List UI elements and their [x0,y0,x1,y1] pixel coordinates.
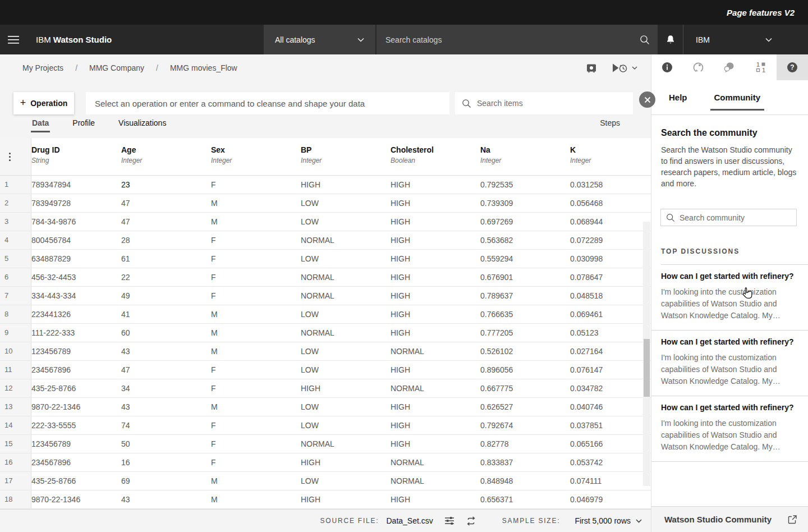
table-cell[interactable]: 0.069461 [570,305,651,323]
table-cell[interactable]: 0.037851 [570,416,651,434]
table-cell[interactable]: 16 [121,453,211,471]
table-cell[interactable]: HIGH [391,268,480,286]
overflow-menu-icon[interactable] [8,152,12,162]
table-cell[interactable]: 123456789 [31,435,121,453]
table-cell[interactable]: M [211,490,301,508]
discussion-item[interactable]: How can I get started with refinery?I'm … [651,331,808,396]
table-cell[interactable]: 222-33-5555 [31,416,121,434]
refresh-sample-button[interactable] [466,516,476,526]
table-cell[interactable]: HIGH [301,176,391,194]
table-cell[interactable]: 0.848948 [480,472,570,490]
table-cell[interactable]: LOW [301,194,391,212]
table-cell[interactable]: 28 [121,231,211,249]
table-cell[interactable]: 0.056468 [570,194,651,212]
column-header[interactable]: AgeInteger [121,138,211,175]
table-cell[interactable]: 47 [121,361,211,379]
table-cell[interactable]: 47 [121,213,211,231]
tab-steps[interactable]: Steps [600,118,620,127]
table-cell[interactable]: 0.563682 [480,231,570,249]
table-cell[interactable]: 47 [121,194,211,212]
table-cell[interactable]: M [211,342,301,360]
snapshot-button[interactable] [586,62,597,74]
table-cell[interactable]: 0.739309 [480,194,570,212]
table-cell[interactable]: 0.789637 [480,287,570,305]
table-cell[interactable]: 0.766635 [480,305,570,323]
table-cell[interactable]: 0.05123 [570,324,651,342]
column-header[interactable]: KInteger [570,138,651,175]
search-items-input[interactable] [471,99,633,108]
table-cell[interactable]: HIGH [391,435,480,453]
run-flow-button[interactable] [612,62,637,74]
table-cell[interactable]: 0.833837 [480,453,570,471]
table-cell[interactable]: 456-32-4453 [31,268,121,286]
column-header[interactable]: BPInteger [301,138,391,175]
discussion-item[interactable]: How can I get started with refinery?I'm … [651,265,808,331]
table-cell[interactable]: HIGH [391,398,480,416]
table-cell[interactable]: F [211,268,301,286]
tab-community[interactable]: Community [714,81,761,113]
table-cell[interactable]: 0.046979 [570,490,651,508]
table-cell[interactable]: F [211,287,301,305]
table-cell[interactable]: 61 [121,250,211,268]
table-cell[interactable]: HIGH [301,379,391,397]
table-cell[interactable]: F [211,453,301,471]
table-cell[interactable]: HIGH [391,305,480,323]
table-cell[interactable]: F [211,176,301,194]
table-cell[interactable]: 234567896 [31,361,121,379]
table-cell[interactable]: F [211,231,301,249]
table-cell[interactable]: HIGH [391,194,480,212]
table-cell[interactable]: LOW [301,361,391,379]
tab-visualizations[interactable]: Visualizations [118,118,166,132]
close-panel-button[interactable] [639,91,655,108]
table-cell[interactable]: LOW [301,416,391,434]
table-cell[interactable]: 111-222-333 [31,324,121,342]
table-cell[interactable]: 0.656371 [480,490,570,508]
table-cell[interactable]: F [211,250,301,268]
table-cell[interactable]: 74 [121,416,211,434]
table-cell[interactable]: 234567896 [31,453,121,471]
table-cell[interactable]: 41 [121,305,211,323]
table-cell[interactable]: 435-25-8766 [31,379,121,397]
table-cell[interactable]: 789347894 [31,176,121,194]
table-cell[interactable]: 0.030998 [570,250,651,268]
table-cell[interactable]: 0.078647 [570,268,651,286]
table-cell[interactable]: 334-443-334 [31,287,121,305]
table-cell[interactable]: 784-34-9876 [31,213,121,231]
search-icon[interactable] [640,35,650,45]
table-cell[interactable]: NORMAL [391,453,480,471]
table-cell[interactable]: F [211,416,301,434]
search-community-input[interactable] [675,213,796,222]
table-cell[interactable]: M [211,305,301,323]
table-cell[interactable]: HIGH [391,231,480,249]
table-cell[interactable]: M [211,398,301,416]
table-cell[interactable]: NORMAL [391,379,480,397]
table-cell[interactable]: 223441326 [31,305,121,323]
catalog-selector[interactable]: All catalogs [264,25,376,54]
breadcrumb-project[interactable]: MMG Company [89,63,144,72]
table-cell[interactable]: NORMAL [301,287,391,305]
table-cell[interactable]: 23 [121,176,211,194]
table-cell[interactable]: HIGH [301,453,391,471]
table-cell[interactable]: 0.526102 [480,342,570,360]
table-cell[interactable]: 0.053742 [570,453,651,471]
table-cell[interactable]: 9870-22-1346 [31,490,121,508]
table-cell[interactable]: HIGH [391,213,480,231]
account-dropdown[interactable]: IBM [683,25,780,54]
search-catalogs-input[interactable] [377,35,640,44]
table-cell[interactable]: LOW [301,342,391,360]
adjust-settings-button[interactable] [444,516,454,526]
comments-button[interactable] [714,54,746,80]
tab-help[interactable]: Help [669,81,687,113]
table-cell[interactable]: 0.027164 [570,342,651,360]
table-cell[interactable]: 0.031258 [570,176,651,194]
table-cell[interactable]: 0.034782 [570,379,651,397]
table-cell[interactable]: HIGH [391,176,480,194]
table-cell[interactable]: LOW [301,398,391,416]
discussion-item[interactable]: How can I get started with refinery?I'm … [651,396,808,462]
table-cell[interactable]: M [211,194,301,212]
table-cell[interactable]: HIGH [391,324,480,342]
add-operation-button[interactable]: + Operation [13,92,74,114]
tab-profile[interactable]: Profile [72,118,95,132]
table-cell[interactable]: NORMAL [301,268,391,286]
table-cell[interactable]: 0.896056 [480,361,570,379]
